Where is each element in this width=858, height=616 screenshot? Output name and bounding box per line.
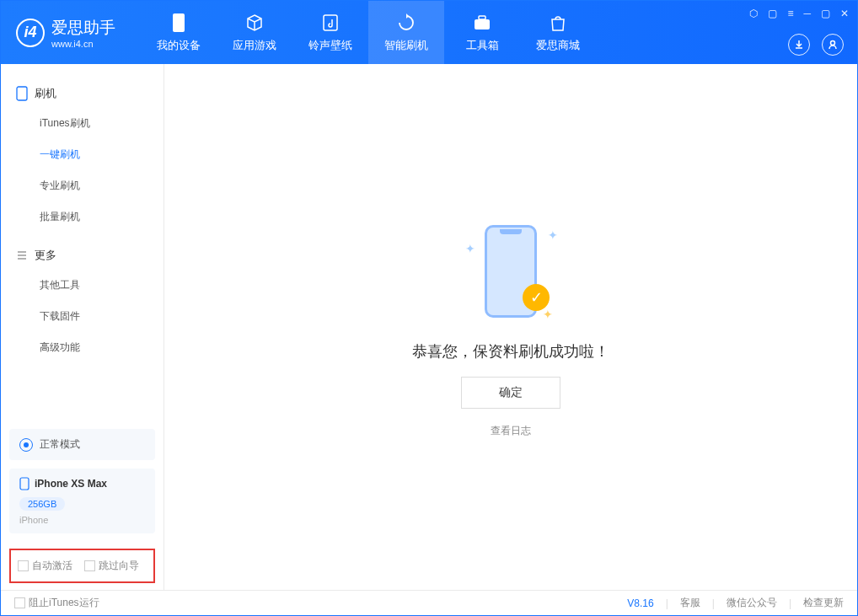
skip-guide-checkbox[interactable]: 跳过向导: [84, 559, 139, 573]
auto-activate-checkbox[interactable]: 自动激活: [18, 559, 72, 573]
feedback-icon[interactable]: ▢: [768, 8, 777, 19]
window-controls: ⬡ ▢ ≡ ─ ▢ ✕: [749, 8, 849, 19]
sidebar-item-pro-flash[interactable]: 专业刷机: [1, 170, 164, 201]
svg-rect-5: [17, 87, 27, 100]
storage-badge: 256GB: [19, 497, 65, 511]
status-dot-icon: [19, 438, 33, 452]
view-log-link[interactable]: 查看日志: [491, 424, 531, 438]
nav-label: 爱思商城: [536, 38, 580, 53]
refresh-icon: [396, 13, 416, 33]
sidebar-item-download-firmware[interactable]: 下载固件: [1, 301, 164, 332]
nav-ringtone-wallpaper[interactable]: 铃声壁纸: [292, 1, 368, 64]
nav-apps-games[interactable]: 应用游戏: [217, 1, 292, 64]
logo-icon: i4: [16, 19, 45, 47]
list-icon: [16, 249, 28, 261]
success-message: 恭喜您，保资料刷机成功啦！: [412, 341, 609, 362]
nav-my-device[interactable]: 我的设备: [141, 1, 217, 64]
wechat-link[interactable]: 微信公众号: [727, 596, 777, 610]
device-info-card[interactable]: iPhone XS Max 256GB iPhone: [9, 469, 155, 533]
support-link[interactable]: 客服: [680, 596, 700, 610]
nav-label: 工具箱: [466, 38, 499, 53]
sidebar: 刷机 iTunes刷机 一键刷机 专业刷机 批量刷机 更多 其他工具 下载固件 …: [1, 64, 164, 590]
app-name: 爱思助手: [51, 17, 115, 39]
sidebar-item-other-tools[interactable]: 其他工具: [1, 270, 164, 301]
svg-rect-1: [324, 15, 337, 30]
options-highlight-box: 自动激活 跳过向导: [9, 549, 155, 583]
device-status-card[interactable]: 正常模式: [9, 429, 155, 460]
svg-rect-2: [475, 19, 490, 29]
close-icon[interactable]: ✕: [840, 8, 849, 19]
shirt-icon[interactable]: ⬡: [749, 8, 758, 19]
nav-store[interactable]: 爱思商城: [520, 1, 596, 64]
device-name-text: iPhone XS Max: [35, 478, 107, 490]
toolbox-icon: [472, 13, 492, 33]
footer: 阻止iTunes运行 V8.16 | 客服 | 微信公众号 | 检查更新: [1, 590, 857, 615]
nav-label: 应用游戏: [233, 38, 276, 53]
maximize-icon[interactable]: ▢: [821, 8, 830, 19]
app-url: www.i4.cn: [51, 39, 115, 49]
sidebar-item-batch-flash[interactable]: 批量刷机: [1, 201, 164, 233]
device-phone-icon: [19, 477, 29, 490]
svg-rect-0: [173, 13, 185, 32]
main-content: ✦ ✦ ✦ ✓ 恭喜您，保资料刷机成功啦！ 确定 查看日志: [164, 64, 857, 590]
nav-toolbox[interactable]: 工具箱: [444, 1, 520, 64]
minimize-icon[interactable]: ─: [803, 8, 811, 19]
block-itunes-checkbox[interactable]: 阻止iTunes运行: [14, 596, 99, 610]
bag-icon: [548, 13, 568, 33]
sidebar-section-more: 更多: [1, 241, 164, 270]
device-type-text: iPhone: [19, 515, 145, 525]
success-illustration: ✦ ✦ ✦ ✓: [460, 217, 561, 326]
app-logo: i4 爱思助手 www.i4.cn: [16, 17, 115, 49]
device-icon: [169, 13, 189, 33]
sparkle-icon: ✦: [465, 242, 475, 255]
cube-icon: [244, 13, 265, 33]
nav-label: 铃声壁纸: [308, 38, 352, 53]
svg-rect-3: [479, 16, 485, 19]
sidebar-item-one-click-flash[interactable]: 一键刷机: [1, 139, 164, 170]
sidebar-section-flash: 刷机: [1, 79, 164, 108]
download-button[interactable]: [788, 34, 810, 56]
sidebar-item-itunes-flash[interactable]: iTunes刷机: [1, 108, 164, 139]
user-button[interactable]: [822, 34, 844, 56]
device-status-text: 正常模式: [40, 437, 80, 452]
nav-label: 智能刷机: [384, 38, 428, 53]
version-text: V8.16: [627, 597, 653, 609]
header-actions: [788, 34, 844, 56]
check-badge-icon: ✓: [523, 284, 550, 311]
music-icon: [320, 13, 341, 33]
app-header: i4 爱思助手 www.i4.cn 我的设备 应用游戏 铃声壁纸 智能刷机 工具…: [1, 1, 857, 64]
sparkle-icon: ✦: [548, 228, 558, 242]
phone-icon: [16, 86, 28, 101]
nav-smart-flash[interactable]: 智能刷机: [368, 1, 444, 64]
ok-button[interactable]: 确定: [461, 377, 560, 409]
nav-label: 我的设备: [157, 38, 201, 53]
menu-icon[interactable]: ≡: [787, 8, 793, 19]
svg-rect-6: [20, 478, 29, 490]
sidebar-item-advanced[interactable]: 高级功能: [1, 332, 164, 363]
sparkle-icon: ✦: [543, 308, 553, 321]
top-nav: 我的设备 应用游戏 铃声壁纸 智能刷机 工具箱 爱思商城: [141, 1, 596, 64]
check-update-link[interactable]: 检查更新: [803, 596, 844, 610]
svg-point-4: [831, 41, 835, 46]
